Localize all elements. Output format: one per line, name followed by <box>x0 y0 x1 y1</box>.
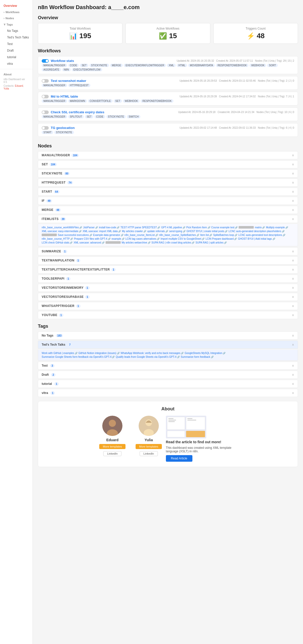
node-link-7-37[interactable]: SUPA RAG | split articles <box>195 241 227 244</box>
tag-link-1-1[interactable]: GitHub Notion integration (issues) <box>79 352 120 354</box>
node-row-2[interactable]: STICKYNOTE 80 ∨ <box>38 169 298 177</box>
more-templates-button-1[interactable]: More templates <box>136 444 162 449</box>
tag-section-header-5[interactable]: vitra 1 ∨ <box>38 389 298 397</box>
node-row-9[interactable]: TEXTMANIPULATION 1 ∨ <box>38 256 298 264</box>
workflow-toggle-0[interactable] <box>42 59 49 63</box>
tag-section-header-2[interactable]: Test 3 ∨ <box>38 362 298 370</box>
tag-link-1-0[interactable]: Work with GitHub | examples <box>42 352 78 354</box>
node-row-10[interactable]: TEXTSPLITTERCHARACTERTEXTSPLITTER 1 ∨ <box>38 265 298 274</box>
node-link-7-22[interactable]: Item list <box>200 234 212 236</box>
sidebar-section-tags[interactable]: ∨ Tags <box>0 21 33 28</box>
node-row-header-12[interactable]: VECTORSTOREINMEMORY 1 ∨ <box>38 284 298 292</box>
tag-section-row-0[interactable]: No Tags 183 ∨ <box>38 331 298 340</box>
sidebar-item-draft[interactable]: Draft <box>4 47 33 54</box>
tag-link-1-5[interactable]: Qualify leads from Google Sheets via Ope… <box>116 356 180 358</box>
tag-link-1-4[interactable]: Summarize Google Sheets form feedback vi… <box>42 356 115 358</box>
node-link-7-33[interactable]: XML usecase: advanced <box>73 241 104 244</box>
sidebar-contact-eduard[interactable]: Eduard <box>15 84 23 87</box>
linkedin-button-0[interactable]: LinkedIn <box>103 451 121 456</box>
node-row-header-3[interactable]: HTTPREQUEST 74 ∨ <box>38 179 298 187</box>
node-link-7-14[interactable]: send-typing <box>169 230 186 233</box>
node-row-11[interactable]: TOOLSERPAPI 1 ∨ <box>38 275 298 283</box>
node-row-7[interactable]: ITEMLISTS 39 ∧ n8n_base_course_workWithF… <box>38 215 298 246</box>
node-link-7-35[interactable]: My articles webarchive <box>122 241 150 244</box>
workflow-toggle-1[interactable] <box>42 79 49 83</box>
node-row-13[interactable]: VECTORSTORESUPABASE 1 ∨ <box>38 293 298 301</box>
workflow-name-0[interactable]: Workflow stats <box>51 59 74 63</box>
node-row-header-15[interactable]: YOUTUBE 1 ∨ <box>38 311 298 319</box>
node-row-header-7[interactable]: ITEMLISTS 39 ∧ <box>38 215 298 223</box>
node-row-header-2[interactable]: STICKYNOTE 80 ∨ <box>38 169 298 177</box>
node-row-header-13[interactable]: VECTORSTORESUPABASE 1 ∨ <box>38 293 298 301</box>
tag-section-row-3[interactable]: Draft 2 ∨ <box>38 371 298 379</box>
tag-section-header-1[interactable]: Ted's Tech Talks 7 ∧ <box>38 341 298 349</box>
node-row-header-14[interactable]: WHATSAPPTRIGGER 1 ∨ <box>38 302 298 310</box>
node-row-1[interactable]: SET 104 ∨ <box>38 160 298 168</box>
node-row-header-6[interactable]: MERGE 48 ∨ <box>38 206 298 214</box>
sidebar-item-tutorial[interactable]: tutorial <box>4 54 33 60</box>
node-row-4[interactable]: START 64 ∨ <box>38 188 298 196</box>
node-link-7-32[interactable]: LCIN check GitHub stats <box>42 241 72 244</box>
node-row-header-8[interactable]: SUMMARIZE 1 ∨ <box>38 247 298 255</box>
node-row-header-5[interactable]: IF 49 ∨ <box>38 197 298 205</box>
node-row-14[interactable]: WHATSAPPTRIGGER 1 ∨ <box>38 302 298 310</box>
sidebar-item-overview[interactable]: Overview <box>0 3 33 9</box>
more-templates-button-0[interactable]: More templates <box>99 444 125 449</box>
node-row-6[interactable]: MERGE 48 ∨ <box>38 206 298 214</box>
node-link-7-8[interactable]: matrix <box>255 226 265 229</box>
tag-section-row-4[interactable]: tutorial 1 ∨ <box>38 380 298 388</box>
workflow-name-3[interactable]: Check SSL certificate expiry dates <box>51 110 104 114</box>
node-link-7-28[interactable]: LCIN tag cases alternatives <box>125 237 160 240</box>
node-link-7-11[interactable]: XML usecase: import XML data <box>83 230 121 233</box>
node-link-7-19[interactable]: Example data generator <box>93 234 123 236</box>
node-link-7-5[interactable]: Pick Random Item <box>186 226 210 229</box>
node-row-header-11[interactable]: TOOLSERPAPI 1 ∨ <box>38 275 298 283</box>
sidebar-item-vitra[interactable]: vitra <box>4 60 33 67</box>
sidebar-item-no-tags[interactable]: No Tags <box>4 28 33 34</box>
node-link-7-2[interactable]: install low-code <box>99 226 119 229</box>
node-link-7-9[interactable]: Multiply example <box>266 226 288 229</box>
sidebar-item-test[interactable]: Test <box>4 41 33 47</box>
sidebar-contact-yulia[interactable]: Yulia <box>4 87 9 90</box>
workflow-name-2[interactable]: Md to HTML table <box>51 95 78 98</box>
node-link-7-6[interactable]: Course example test <box>211 226 238 229</box>
node-row-header-0[interactable]: MANUALTRIGGER 104 ∨ <box>38 151 298 159</box>
tag-section-row-2[interactable]: Test 3 ∨ <box>38 362 298 370</box>
workflow-toggle-2[interactable] <box>42 95 49 98</box>
workflow-toggle-3[interactable] <box>42 110 49 114</box>
node-row-header-4[interactable]: START 64 ∨ <box>38 188 298 196</box>
node-link-7-36[interactable]: SUPA RAG | n8n crawl blog articles <box>152 241 194 244</box>
tag-link-1-6[interactable]: Summarize form feedback <box>181 356 214 358</box>
node-link-7-1[interactable]: JobParser <box>83 226 98 229</box>
sidebar-item-teds-tech-talks[interactable]: Ted's Tech Talks <box>4 34 33 41</box>
node-link-7-21[interactable]: n8n_base_course_SpliteBatches <box>159 234 199 236</box>
node-link-7-12[interactable]: My articles crawler <box>122 230 146 233</box>
node-link-7-16[interactable]: LCNC auto-generated description placehol… <box>229 230 284 233</box>
linkedin-button-1[interactable]: LinkedIn <box>140 451 158 456</box>
tag-section-header-0[interactable]: No Tags 183 ∨ <box>38 331 298 340</box>
workflow-name-1[interactable]: Test screenshot maker <box>51 79 86 83</box>
node-link-7-3[interactable]: TEST HTTP parse SPEEDTEST <box>120 226 160 229</box>
node-link-7-4[interactable]: GPT-4 ML pipeline <box>161 226 185 229</box>
tag-section-header-3[interactable]: Draft 2 ∨ <box>38 371 298 379</box>
sidebar-section-nodes[interactable]: › Nodes <box>0 15 33 21</box>
tag-link-1-3[interactable]: GoogleSheets MySQL Integration <box>185 352 225 354</box>
node-link-7-23[interactable]: SpliteBatches loop <box>213 234 237 236</box>
node-link-7-31[interactable]: GHOST BYUI | Add initial tags <box>238 237 275 240</box>
node-row-header-9[interactable]: TEXTMANIPULATION 1 ∨ <box>38 256 298 264</box>
workflow-name-4[interactable]: TG geolocation <box>51 126 75 130</box>
node-row-3[interactable]: HTTPREQUEST 74 ∨ <box>38 179 298 187</box>
node-row-15[interactable]: YOUTUBE 1 ∨ <box>38 311 298 319</box>
read-article-button[interactable]: Read Article <box>166 455 192 462</box>
node-link-7-29[interactable]: Import multiple CSV to GoogleSheet <box>161 237 205 240</box>
node-row-5[interactable]: IF 49 ∨ <box>38 197 298 205</box>
node-link-7-10[interactable]: XML usecase: easy-intermediate <box>42 230 82 233</box>
node-row-8[interactable]: SUMMARIZE 1 ∨ <box>38 247 298 255</box>
sidebar-section-workflows[interactable]: › Workflows <box>0 9 33 15</box>
node-link-7-20[interactable]: n8n_base_course_ItemList <box>124 234 158 236</box>
tag-section-header-4[interactable]: tutorial 1 ∨ <box>38 380 298 388</box>
tag-link-1-2[interactable]: WhatsApp Webhook: verify and echo back m… <box>121 352 184 354</box>
node-link-7-26[interactable]: Prepare CSV files with GPT-4 <box>74 237 111 240</box>
workflow-toggle-4[interactable] <box>42 126 49 130</box>
node-link-7-27[interactable]: example <box>112 237 124 240</box>
